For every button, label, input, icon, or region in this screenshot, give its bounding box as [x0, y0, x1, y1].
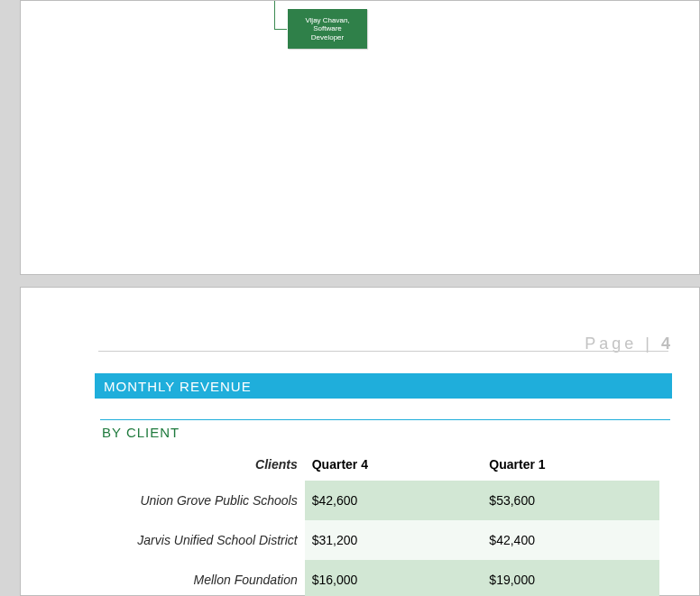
org-chart-connector — [274, 1, 287, 30]
cell-q4: $16,000 — [305, 560, 483, 596]
cell-client: Jarvis Unified School District — [100, 520, 305, 560]
cell-q1: $42,400 — [482, 520, 659, 560]
table-header-row: Clients Quarter 4 Quarter 1 — [100, 448, 659, 481]
cell-q1: $53,600 — [482, 481, 659, 520]
header-rule — [98, 351, 668, 352]
page-number-prefix: Page | — [585, 335, 661, 353]
subsection-rule — [100, 419, 670, 420]
cell-client: Union Grove Public Schools — [100, 481, 305, 520]
cell-client: Mellon Foundation — [100, 560, 305, 596]
cell-q4: $31,200 — [305, 520, 483, 560]
org-node-name: Vijay Chavan, — [305, 16, 349, 25]
page-number-value: 4 — [661, 335, 670, 353]
col-header-clients: Clients — [100, 448, 305, 481]
org-node-role-1: Software — [305, 24, 349, 33]
revenue-table: Clients Quarter 4 Quarter 1 Union Grove … — [100, 448, 659, 596]
section-title-bar: MONTHLY REVENUE — [95, 373, 672, 399]
org-node-role-2: Developer — [305, 33, 349, 42]
cell-q1: $19,000 — [482, 560, 659, 596]
table-row: Jarvis Unified School District $31,200 $… — [100, 520, 659, 560]
section-title: MONTHLY REVENUE — [104, 379, 252, 394]
table-row: Mellon Foundation $16,000 $19,000 — [100, 560, 659, 596]
subsection-heading: BY CLIENT — [102, 425, 180, 440]
cell-q4: $42,600 — [305, 481, 483, 520]
table-row: Union Grove Public Schools $42,600 $53,6… — [100, 481, 659, 520]
org-chart-node: Vijay Chavan, Software Developer — [288, 9, 367, 49]
col-header-q4: Quarter 4 — [305, 448, 483, 481]
col-header-q1: Quarter 1 — [482, 448, 659, 481]
document-page-prev: Vijay Chavan, Software Developer — [20, 0, 700, 275]
document-page: Page | 4 MONTHLY REVENUE BY CLIENT Clien… — [20, 287, 700, 596]
